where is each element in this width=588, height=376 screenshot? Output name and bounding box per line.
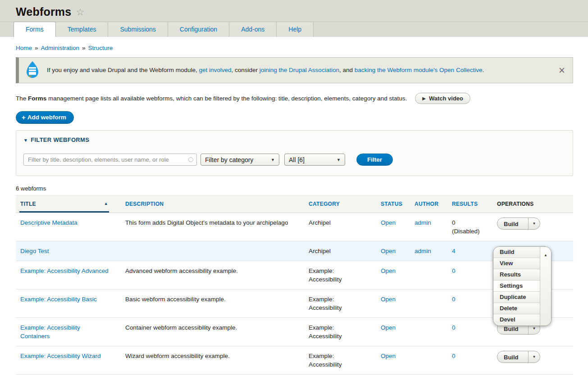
- status-link[interactable]: Open: [381, 324, 396, 331]
- breadcrumb-link-home[interactable]: Home: [16, 45, 32, 51]
- status-link[interactable]: Open: [381, 267, 396, 274]
- build-dropbutton[interactable]: Build▼: [497, 351, 540, 363]
- results-count-link[interactable]: 0: [452, 324, 456, 331]
- results-count-link[interactable]: 0: [452, 353, 456, 359]
- description-cell: Wizard webform accessibility example.: [121, 346, 304, 375]
- results-cell: 0: [447, 318, 492, 346]
- column-sort-link-status[interactable]: STATUS: [381, 201, 402, 207]
- dropdown-item-view[interactable]: View: [493, 258, 540, 269]
- column-sort-link-author[interactable]: AUTHOR: [415, 201, 438, 207]
- results-disabled-note: (Disabled): [452, 227, 488, 236]
- webform-title-link[interactable]: Example: Accessibility Advanced: [20, 267, 109, 274]
- dropbutton-toggle[interactable]: ▲: [540, 247, 551, 326]
- column-header-operations: OPERATIONS: [492, 195, 573, 213]
- dropbutton-toggle[interactable]: ▼: [528, 351, 540, 362]
- table-row: Example: Accessibility ContainersContain…: [16, 318, 573, 346]
- tab-add-ons[interactable]: Add-ons: [229, 22, 277, 37]
- table-row: Example: Accessibility BasicBasic webfor…: [16, 290, 573, 318]
- filter-text-input[interactable]: [23, 154, 197, 166]
- breadcrumb-link-administration[interactable]: Administration: [41, 45, 80, 51]
- plus-icon: +: [22, 113, 26, 121]
- build-button[interactable]: Build: [497, 218, 528, 229]
- author-cell: [410, 318, 447, 346]
- tab-configuration[interactable]: Configuration: [168, 22, 229, 37]
- column-header-category: CATEGORY: [304, 195, 376, 213]
- page-header: Webforms ☆ FormsTemplatesSubmissionsConf…: [0, 0, 588, 37]
- shortcut-star-icon[interactable]: ☆: [76, 7, 84, 18]
- dropdown-item-delete[interactable]: Delete: [493, 303, 540, 314]
- column-sort-link-category[interactable]: CATEGORY: [309, 201, 340, 207]
- results-count-link[interactable]: 0: [452, 296, 456, 303]
- webform-title-link[interactable]: Diego Test: [20, 248, 49, 254]
- breadcrumb-link-structure[interactable]: Structure: [88, 45, 113, 51]
- category-select[interactable]: Filter by category ▼: [201, 154, 279, 166]
- category-cell: Example: Accessibility: [304, 261, 376, 290]
- build-button[interactable]: Build: [497, 351, 528, 362]
- breadcrumb-separator: »: [35, 45, 38, 51]
- status-link[interactable]: Open: [381, 296, 396, 303]
- chevron-down-icon: ▼: [337, 158, 341, 162]
- dropbutton-toggle[interactable]: ▼: [528, 218, 540, 229]
- title-cell: Example: Accessibility Containers: [16, 318, 121, 346]
- banner-link[interactable]: backing the Webform module's Open Collec…: [355, 67, 483, 73]
- webform-title-link[interactable]: Example: Accessibility Wizard: [20, 353, 101, 359]
- author-cell: [410, 346, 447, 375]
- status-cell: Open: [376, 241, 410, 261]
- status-cell: Open: [376, 346, 410, 375]
- title-cell: Diego Test: [16, 241, 121, 261]
- results-cell: 4: [447, 241, 492, 261]
- webforms-table: TITLE▲DESCRIPTIONCATEGORYSTATUSAUTHORRES…: [16, 195, 573, 375]
- status-cell: Open: [376, 213, 410, 241]
- dropdown-item-devel[interactable]: Devel: [493, 314, 540, 326]
- dropdown-item-settings[interactable]: Settings: [493, 281, 540, 292]
- results-count-link[interactable]: 4: [452, 248, 456, 254]
- banner-link[interactable]: joining the Drupal Association: [260, 67, 339, 73]
- build-dropbutton[interactable]: Build▼: [497, 217, 540, 230]
- tab-templates[interactable]: Templates: [56, 22, 109, 37]
- dropdown-item-duplicate[interactable]: Duplicate: [493, 292, 540, 303]
- table-row: Example: Accessibility AdvancedAdvanced …: [16, 261, 573, 290]
- operations-dropdown-open: BuildViewResultsSettingsDuplicateDeleteD…: [493, 246, 552, 326]
- filter-webforms-legend[interactable]: ▼FILTER WEBFORMS: [23, 136, 565, 143]
- description-cell: Advanced webform accessibility example.: [121, 261, 304, 290]
- column-header-title: TITLE▲: [16, 195, 121, 213]
- tab-submissions[interactable]: Submissions: [108, 22, 168, 37]
- results-count: 6 webforms: [16, 185, 572, 192]
- add-webform-button[interactable]: + Add webform: [16, 111, 74, 124]
- column-sort-link-title[interactable]: TITLE: [20, 201, 36, 207]
- table-row: Descriptive MetadataThis form adds Digit…: [16, 213, 573, 241]
- primary-tabs: FormsTemplatesSubmissionsConfigurationAd…: [0, 22, 588, 37]
- dropdown-item-results[interactable]: Results: [493, 269, 540, 281]
- watch-video-button[interactable]: ▶ Watch video: [415, 93, 470, 104]
- operations-cell: BuildViewResultsSettingsDuplicateDeleteD…: [492, 241, 573, 261]
- banner-text-segment: If you enjoy and value Drupal and the We…: [47, 67, 199, 73]
- column-sort-link-results[interactable]: RESULTS: [452, 201, 478, 207]
- dropdown-item-build[interactable]: Build: [493, 247, 540, 258]
- state-select[interactable]: All [6] ▼: [284, 154, 345, 166]
- tab-forms[interactable]: Forms: [14, 22, 56, 37]
- tab-help[interactable]: Help: [277, 22, 314, 37]
- chevron-up-icon: ▲: [544, 251, 547, 326]
- intro-text: The Forms management page lists all avai…: [16, 95, 407, 102]
- author-cell: admin: [410, 213, 447, 241]
- webform-title-link[interactable]: Example: Accessibility Containers: [20, 324, 80, 340]
- close-icon[interactable]: ✕: [558, 66, 565, 75]
- results-count-link[interactable]: 0: [452, 267, 456, 274]
- author-link[interactable]: admin: [415, 248, 431, 254]
- operations-cell: Build▼: [492, 346, 573, 375]
- results-cell: 0(Disabled): [447, 213, 492, 241]
- collapse-triangle-icon: ▼: [23, 138, 28, 143]
- banner-link[interactable]: get involved: [199, 67, 231, 73]
- filter-submit-button[interactable]: Filter: [356, 154, 393, 166]
- status-link[interactable]: Open: [381, 219, 396, 226]
- title-cell: Example: Accessibility Basic: [16, 290, 121, 318]
- author-link[interactable]: admin: [415, 219, 431, 226]
- status-link[interactable]: Open: [381, 353, 396, 359]
- column-sort-link-description[interactable]: DESCRIPTION: [125, 201, 164, 207]
- status-link[interactable]: Open: [381, 248, 396, 254]
- webform-title-link[interactable]: Example: Accessibility Basic: [20, 296, 97, 303]
- status-cell: Open: [376, 318, 410, 346]
- table-row: Example: Accessibility WizardWizard webf…: [16, 346, 573, 375]
- webform-title-link[interactable]: Descriptive Metadata: [20, 219, 77, 226]
- search-throbber-icon: [188, 157, 193, 162]
